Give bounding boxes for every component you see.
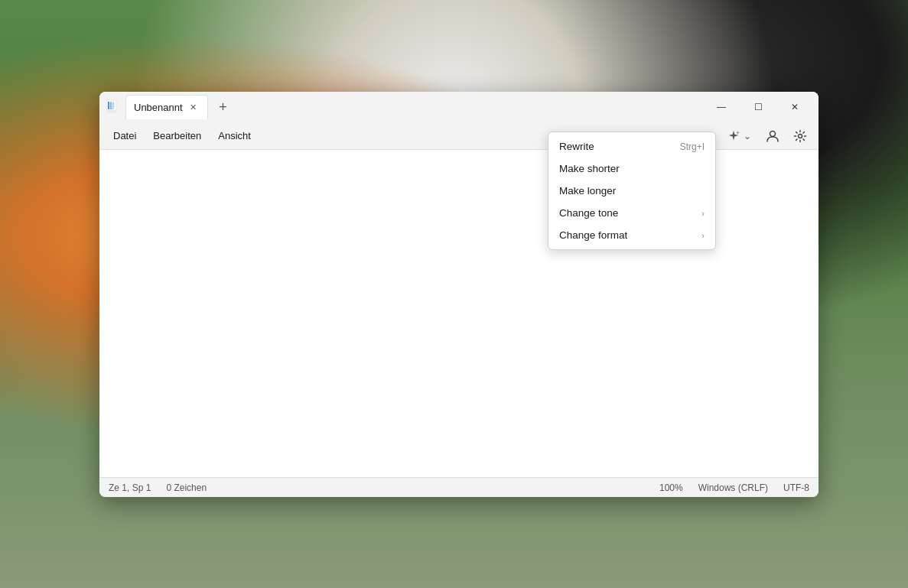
svg-point-8 xyxy=(770,131,776,136)
zoom-level[interactable]: 100% xyxy=(659,482,683,493)
change-tone-chevron: › xyxy=(701,209,705,218)
account-button[interactable] xyxy=(760,124,785,148)
menu-ansicht[interactable]: Ansicht xyxy=(210,127,259,145)
ai-rewrite-button[interactable]: ⌄ xyxy=(721,126,757,146)
tab-title: Unbenannt xyxy=(134,102,183,113)
status-bar: Ze 1, Sp 1 0 Zeichen 100% Windows (CRLF)… xyxy=(99,477,819,497)
tab-close-button[interactable]: ✕ xyxy=(187,102,200,114)
settings-button[interactable] xyxy=(788,124,812,148)
ai-sparkle-icon xyxy=(727,129,740,143)
title-bar-left: Unbenannt ✕ + xyxy=(106,95,704,119)
status-right: 100% Windows (CRLF) UTF-8 xyxy=(659,482,809,493)
menu-bar-right: ⌄ xyxy=(721,124,812,148)
rewrite-shortcut: Strg+I xyxy=(680,141,705,152)
maximize-button[interactable]: ☐ xyxy=(740,95,776,119)
line-ending[interactable]: Windows (CRLF) xyxy=(698,482,768,493)
app-icon xyxy=(106,99,121,115)
close-button[interactable]: ✕ xyxy=(777,95,812,119)
svg-point-9 xyxy=(799,134,802,138)
svg-rect-4 xyxy=(107,110,116,112)
window-controls: — ☐ ✕ xyxy=(704,95,812,119)
dropdown-change-tone[interactable]: Change tone › xyxy=(548,202,715,224)
encoding[interactable]: UTF-8 xyxy=(783,482,809,493)
dropdown-rewrite[interactable]: Rewrite Strg+I xyxy=(548,135,715,158)
char-count: 0 Zeichen xyxy=(166,482,207,493)
title-bar: Unbenannt ✕ + — ☐ ✕ xyxy=(99,92,819,122)
dropdown-change-format[interactable]: Change format › xyxy=(548,224,715,246)
settings-icon xyxy=(793,129,807,143)
change-format-chevron: › xyxy=(701,231,705,240)
cursor-position: Ze 1, Sp 1 xyxy=(109,482,151,493)
ai-chevron: ⌄ xyxy=(744,131,751,141)
dropdown-make-shorter[interactable]: Make shorter xyxy=(548,158,715,180)
menu-datei[interactable]: Datei xyxy=(106,127,144,145)
minimize-button[interactable]: — xyxy=(704,95,739,119)
menu-bearbeiten[interactable]: Bearbeiten xyxy=(145,127,209,145)
ai-dropdown-menu: Rewrite Strg+I Make shorter Make longer … xyxy=(548,132,716,250)
active-tab[interactable]: Unbenannt ✕ xyxy=(125,95,208,119)
add-tab-button[interactable]: + xyxy=(213,96,234,118)
account-icon xyxy=(766,129,779,143)
dropdown-make-longer[interactable]: Make longer xyxy=(548,180,715,202)
